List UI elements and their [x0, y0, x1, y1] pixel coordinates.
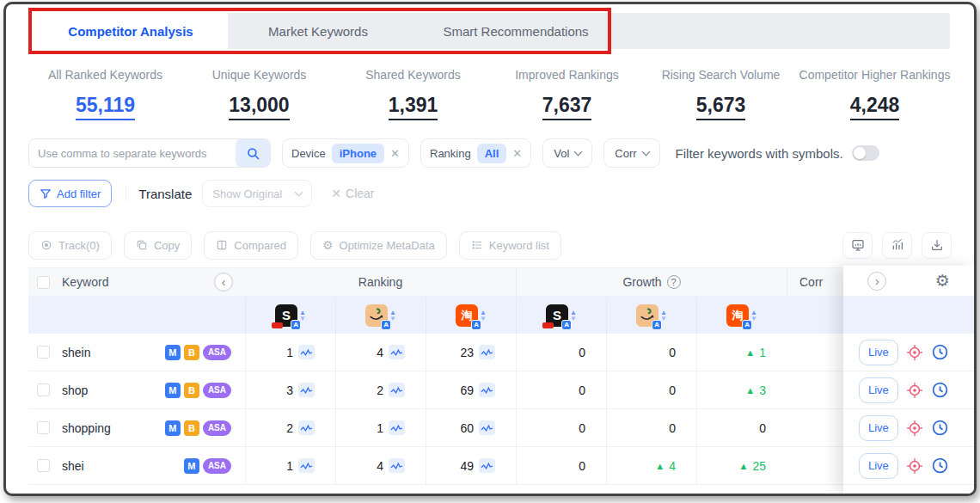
stat-value-link[interactable]: 7,637	[542, 94, 592, 120]
close-icon: ✕	[331, 187, 341, 200]
sparkline-icon[interactable]	[479, 345, 495, 359]
sparkline-icon[interactable]	[479, 383, 495, 397]
sparkline-icon[interactable]	[389, 458, 405, 473]
chevron-right-icon: ›	[875, 275, 879, 287]
sparkline-icon[interactable]	[389, 345, 405, 359]
dropdown-label: Vol	[554, 147, 569, 160]
tab-smart-recommendations[interactable]: Smart Recommendations	[408, 13, 623, 49]
stat-shared-keywords: Shared Keywords 1,391	[336, 61, 490, 130]
symbols-filter-toggle[interactable]	[852, 145, 879, 161]
expand-column-button[interactable]: ›	[867, 272, 886, 291]
sort-icon[interactable]: ▲▼	[570, 310, 577, 322]
sparkline-icon[interactable]	[479, 458, 495, 473]
stat-value-link[interactable]: 4,248	[850, 94, 900, 120]
clear-filters-button[interactable]: ✕ Clear	[331, 187, 374, 200]
add-filter-button[interactable]: Add filter	[28, 180, 112, 207]
corr-dropdown[interactable]: Corr	[603, 138, 659, 168]
shein-red-tag	[542, 322, 554, 328]
table-row[interactable]: shopping M B ASA 2 1 60 0 0 0	[28, 409, 967, 447]
stat-value-link[interactable]: 1,391	[389, 94, 438, 120]
shein-app-icon: SA	[546, 304, 568, 327]
history-clock-icon[interactable]	[931, 419, 949, 437]
sort-icon[interactable]: ▲▼	[660, 310, 667, 322]
taobao-app-column[interactable]: 淘A ▲▼	[696, 297, 787, 334]
device-filter-chip[interactable]: Device iPhone ✕	[282, 138, 409, 168]
stat-value-link[interactable]: 13,000	[229, 94, 289, 120]
badge-m: M	[165, 383, 181, 398]
row-checkbox[interactable]	[37, 421, 50, 434]
track-target-icon[interactable]	[906, 457, 923, 475]
track-target-icon[interactable]	[906, 344, 923, 361]
live-button[interactable]: Live	[859, 340, 898, 365]
shein-app-column[interactable]: SA ▲▼	[516, 297, 606, 334]
history-clock-icon[interactable]	[931, 343, 949, 361]
shein-app-column[interactable]: SA ▲▼	[245, 297, 335, 334]
ranking-value: 2	[377, 383, 383, 397]
translate-select[interactable]: Show Original	[202, 180, 312, 207]
select-all-checkbox[interactable]	[37, 276, 50, 289]
live-button[interactable]: Live	[859, 377, 898, 403]
help-icon[interactable]: ?	[667, 275, 681, 289]
amazon-app-column[interactable]: A ▲▼	[606, 297, 696, 334]
search-button[interactable]	[236, 138, 270, 168]
row-checkbox[interactable]	[37, 383, 50, 396]
sparkline-icon[interactable]	[298, 420, 315, 435]
copy-button[interactable]: Copy	[124, 231, 192, 260]
keyword-list-button[interactable]: Keyword list	[459, 231, 561, 260]
sparkline-icon[interactable]	[298, 458, 315, 473]
track-target-icon[interactable]	[906, 382, 923, 399]
sort-icon[interactable]: ▲▼	[750, 310, 757, 322]
growth-value: 0	[579, 421, 585, 435]
compared-button[interactable]: Compared	[204, 231, 298, 260]
tab-competitor-analysis[interactable]: Competitor Analysis	[34, 13, 228, 49]
sort-icon[interactable]: ▲▼	[480, 310, 487, 322]
close-icon[interactable]: ✕	[512, 147, 522, 160]
stat-competitor-higher-rankings: Competitor Higher Rankings 4,248	[798, 61, 952, 130]
up-arrow-icon: ▲	[745, 347, 755, 358]
row-checkbox[interactable]	[37, 346, 50, 359]
stat-value-link[interactable]: 55,119	[76, 94, 135, 120]
monitor-chart-button[interactable]	[842, 232, 873, 259]
sparkline-icon[interactable]	[298, 345, 315, 359]
symbols-filter-label: Filter keywords with symbols.	[676, 146, 843, 161]
amazon-app-icon: A	[636, 304, 658, 327]
live-button[interactable]: Live	[859, 415, 898, 441]
sparkline-icon[interactable]	[298, 383, 315, 397]
chart-view-button[interactable]	[882, 232, 912, 259]
stat-value-link[interactable]: 5,673	[696, 94, 746, 120]
sparkline-icon[interactable]	[389, 420, 405, 435]
optimize-label: Optimize MetaData	[340, 239, 435, 252]
ranking-filter-chip[interactable]: Ranking All ✕	[420, 138, 531, 168]
sort-icon[interactable]: ▲▼	[299, 310, 306, 322]
taobao-app-icon: 淘A	[726, 304, 749, 327]
stat-rising-search-volume: Rising Search Volume 5,673	[644, 61, 798, 130]
track-target-icon[interactable]	[906, 420, 923, 437]
amazon-app-column[interactable]: A ▲▼	[335, 297, 426, 334]
table-row[interactable]: shein M B ASA 1 4 23 0 0 ▲1	[28, 334, 967, 371]
chip-label: Device	[291, 147, 326, 160]
track-button[interactable]: Track(0)	[28, 231, 112, 260]
sort-icon[interactable]: ▲▼	[389, 310, 396, 322]
live-button[interactable]: Live	[859, 453, 898, 479]
collapse-column-button[interactable]: ‹	[214, 273, 233, 291]
keyword-text: shein	[62, 346, 90, 359]
optimize-icon: ⚙	[322, 239, 334, 251]
list-icon	[471, 239, 483, 251]
row-checkbox[interactable]	[37, 459, 50, 472]
search-input[interactable]	[29, 147, 236, 160]
sparkline-icon[interactable]	[479, 420, 495, 435]
tab-market-keywords[interactable]: Market Keywords	[228, 13, 408, 49]
history-clock-icon[interactable]	[931, 457, 949, 475]
sparkline-icon[interactable]	[389, 383, 405, 397]
table-row[interactable]: shop M B ASA 3 2 69 0 0 ▲3	[28, 371, 967, 409]
growth-value: 0	[579, 383, 585, 397]
optimize-metadata-button[interactable]: ⚙ Optimize MetaData	[310, 231, 447, 260]
history-clock-icon[interactable]	[931, 381, 949, 399]
table-settings-button[interactable]: ⚙	[935, 273, 950, 289]
taobao-app-column[interactable]: 淘A ▲▼	[426, 297, 516, 334]
table-row[interactable]: shei M ASA 1 4 49 0 ▲4 ▲25	[28, 447, 967, 485]
badge-m: M	[165, 345, 181, 360]
download-button[interactable]	[922, 232, 952, 259]
close-icon[interactable]: ✕	[390, 147, 400, 160]
volume-dropdown[interactable]: Vol	[542, 138, 592, 168]
